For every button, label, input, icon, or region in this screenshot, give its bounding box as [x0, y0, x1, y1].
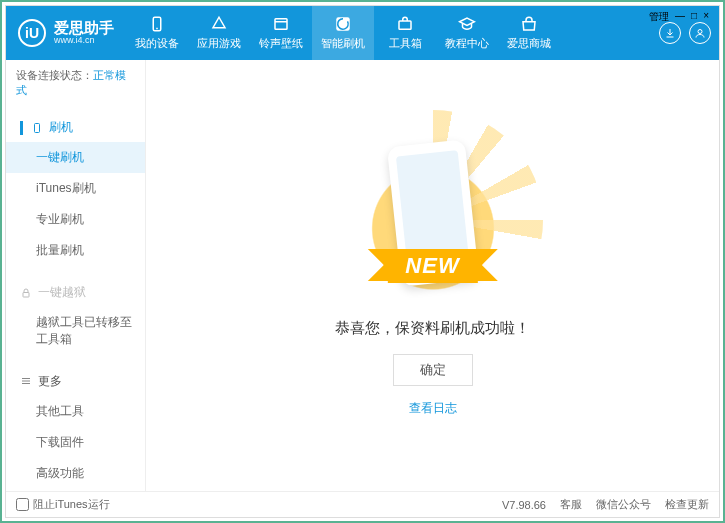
graduation-icon	[458, 15, 476, 33]
nav-label: 教程中心	[445, 36, 489, 51]
wechat-link[interactable]: 微信公众号	[596, 497, 651, 512]
phone-icon	[31, 122, 43, 134]
top-nav: 我的设备 应用游戏 铃声壁纸 智能刷机 工具箱 教程中心	[126, 6, 659, 60]
svg-rect-4	[399, 21, 411, 29]
nav-apps[interactable]: 应用游戏	[188, 6, 250, 60]
minimize-button[interactable]: —	[675, 10, 685, 24]
logo-area: iU 爱思助手 www.i4.cn	[6, 19, 126, 47]
download-button[interactable]	[659, 22, 681, 44]
sidebar-item-oneclick[interactable]: 一键刷机	[6, 142, 145, 173]
store-icon	[520, 15, 538, 33]
svg-rect-2	[275, 19, 287, 30]
nav-flash[interactable]: 智能刷机	[312, 6, 374, 60]
group-title: 刷机	[49, 119, 73, 136]
user-icon	[694, 27, 706, 39]
success-illustration: NEW	[333, 135, 533, 305]
status-label: 设备连接状态：	[16, 69, 93, 81]
update-link[interactable]: 检查更新	[665, 497, 709, 512]
nav-label: 我的设备	[135, 36, 179, 51]
group-jailbreak: 一键越狱	[6, 278, 145, 307]
nav-label: 应用游戏	[197, 36, 241, 51]
checkbox-label: 阻止iTunes运行	[33, 497, 110, 512]
service-link[interactable]: 客服	[560, 497, 582, 512]
footer: 阻止iTunes运行 V7.98.66 客服 微信公众号 检查更新	[6, 491, 719, 517]
lock-icon	[20, 287, 32, 299]
group-more[interactable]: 更多	[6, 367, 145, 396]
toolbox-icon	[396, 15, 414, 33]
brand-name: 爱思助手	[54, 20, 114, 37]
refresh-icon	[334, 15, 352, 33]
sidebar-item-other[interactable]: 其他工具	[6, 396, 145, 427]
sidebar-item-itunes[interactable]: iTunes刷机	[6, 173, 145, 204]
sidebar-item-pro[interactable]: 专业刷机	[6, 204, 145, 235]
jailbreak-note: 越狱工具已转移至 工具箱	[6, 307, 145, 355]
phone-icon	[148, 15, 166, 33]
wallpaper-icon	[272, 15, 290, 33]
logo-icon: iU	[18, 19, 46, 47]
view-log-link[interactable]: 查看日志	[409, 400, 457, 417]
apps-icon	[210, 15, 228, 33]
window-controls: 管理 — □ ×	[649, 10, 709, 24]
nav-toolbox[interactable]: 工具箱	[374, 6, 436, 60]
ok-button[interactable]: 确定	[393, 354, 473, 386]
nav-label: 铃声壁纸	[259, 36, 303, 51]
maximize-button[interactable]: □	[691, 10, 697, 24]
main-content: NEW 恭喜您，保资料刷机成功啦！ 确定 查看日志	[146, 60, 719, 491]
close-button[interactable]: ×	[703, 10, 709, 24]
sidebar-item-batch[interactable]: 批量刷机	[6, 235, 145, 266]
header: iU 爱思助手 www.i4.cn 我的设备 应用游戏 铃声壁纸 智能刷机	[6, 6, 719, 60]
nav-label: 爱思商城	[507, 36, 551, 51]
group-title: 更多	[38, 373, 62, 390]
block-itunes-checkbox[interactable]: 阻止iTunes运行	[16, 497, 110, 512]
connection-status: 设备连接状态：正常模式	[6, 60, 145, 107]
new-ribbon: NEW	[387, 249, 477, 283]
group-title: 一键越狱	[38, 284, 86, 301]
group-flash[interactable]: 刷机	[6, 113, 145, 142]
manage-link[interactable]: 管理	[649, 10, 669, 24]
user-button[interactable]	[689, 22, 711, 44]
nav-store[interactable]: 爱思商城	[498, 6, 560, 60]
svg-rect-7	[23, 292, 29, 297]
svg-point-5	[698, 30, 702, 34]
nav-my-device[interactable]: 我的设备	[126, 6, 188, 60]
nav-ringtones[interactable]: 铃声壁纸	[250, 6, 312, 60]
sidebar-item-firmware[interactable]: 下载固件	[6, 427, 145, 458]
sidebar-item-advanced[interactable]: 高级功能	[6, 458, 145, 489]
version-text: V7.98.66	[502, 499, 546, 511]
active-indicator	[20, 121, 23, 135]
nav-label: 智能刷机	[321, 36, 365, 51]
download-icon	[664, 27, 676, 39]
nav-tutorials[interactable]: 教程中心	[436, 6, 498, 60]
menu-icon	[20, 375, 32, 387]
sidebar: 设备连接状态：正常模式 刷机 一键刷机 iTunes刷机 专业刷机 批量刷机 一…	[6, 60, 146, 491]
svg-rect-6	[35, 123, 40, 132]
brand-url: www.i4.cn	[54, 36, 114, 46]
nav-label: 工具箱	[389, 36, 422, 51]
